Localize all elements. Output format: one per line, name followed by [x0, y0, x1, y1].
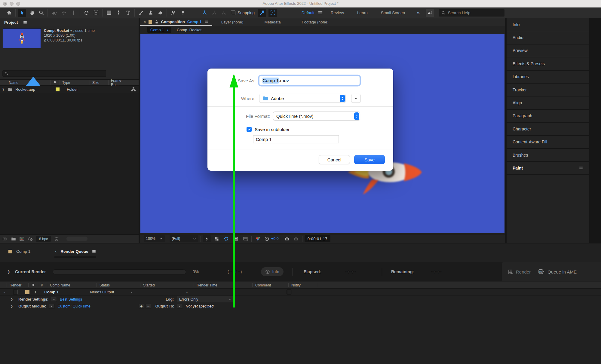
- label-color-swatch[interactable]: [25, 290, 29, 294]
- selection-tool-icon[interactable]: [18, 9, 26, 17]
- interpret-footage-icon[interactable]: [2, 236, 8, 242]
- column-status[interactable]: Status: [97, 283, 140, 287]
- output-module-link[interactable]: Custom: QuickTime: [58, 304, 90, 308]
- view-axis-icon[interactable]: [219, 9, 228, 17]
- panel-info[interactable]: Info: [507, 18, 589, 31]
- panel-paint[interactable]: Paint: [507, 162, 589, 175]
- breadcrumb-parent-comp[interactable]: Comp. Rocket: [177, 28, 201, 32]
- expand-chevron-icon[interactable]: ❯: [2, 87, 5, 91]
- workspace-review[interactable]: Review: [331, 11, 344, 15]
- column-started[interactable]: Started: [140, 283, 194, 287]
- project-search-input[interactable]: [2, 70, 106, 77]
- comp-panel-menu-icon[interactable]: [204, 20, 209, 24]
- tab-composition-comp1[interactable]: × Composition Comp 1: [140, 18, 212, 26]
- save-button[interactable]: Save: [354, 155, 385, 164]
- tab-metadata[interactable]: Metadata: [255, 20, 293, 24]
- tab-layer[interactable]: Layer (none): [212, 20, 256, 24]
- column-comp-name[interactable]: Comp Name: [47, 283, 97, 287]
- expand-chevron-icon[interactable]: ❯: [10, 304, 13, 308]
- show-snapshot-icon[interactable]: [292, 235, 300, 242]
- column-number[interactable]: #: [38, 283, 47, 287]
- tab-comp1-timeline[interactable]: Comp 1: [8, 249, 30, 257]
- snapshot-camera-icon[interactable]: [283, 235, 291, 242]
- lock-icon[interactable]: [155, 20, 159, 24]
- roto-brush-icon[interactable]: [169, 9, 177, 17]
- paint-panel-menu-icon[interactable]: [579, 166, 583, 170]
- column-frame-rate[interactable]: Frame Ra...: [108, 80, 129, 85]
- camera-tool-icon[interactable]: [92, 9, 100, 17]
- output-to-link[interactable]: Not yet specified: [186, 304, 213, 308]
- snapping-checkbox[interactable]: [231, 11, 235, 15]
- add-output-module-button[interactable]: +: [139, 304, 144, 309]
- expand-chevron-icon[interactable]: ❯: [7, 270, 10, 274]
- pixel-aspect-correction-icon[interactable]: [241, 235, 249, 242]
- new-folder-icon[interactable]: [11, 236, 16, 242]
- collapse-chevron-icon[interactable]: ⌄: [3, 290, 6, 294]
- brush-tool-icon[interactable]: [137, 9, 145, 17]
- workspace-small-screen[interactable]: Small Screen: [381, 11, 405, 15]
- render-enable-checkbox[interactable]: [13, 290, 17, 294]
- render-button[interactable]: Render: [508, 269, 531, 275]
- column-type[interactable]: Type: [60, 80, 90, 85]
- rotation-tool-icon[interactable]: [82, 9, 90, 17]
- render-queue-menu-icon[interactable]: [92, 249, 96, 254]
- panel-character[interactable]: Character: [507, 123, 589, 136]
- panel-tracker[interactable]: Tracker: [507, 84, 589, 96]
- breadcrumb-current-comp[interactable]: Comp 1 ‹: [147, 27, 171, 33]
- proxy-toggle-icon[interactable]: [28, 236, 33, 242]
- panel-align[interactable]: Align: [507, 96, 589, 109]
- file-format-popup[interactable]: QuickTime (*.mov): [273, 112, 360, 121]
- expand-dialog-button[interactable]: [351, 94, 361, 103]
- puppet-pin-icon[interactable]: [179, 9, 187, 17]
- tab-render-queue[interactable]: × Render Queue: [54, 249, 96, 257]
- rectangle-tool-icon[interactable]: [105, 9, 113, 17]
- column-label-icon[interactable]: [51, 80, 60, 85]
- bit-depth-button[interactable]: 8 bpc: [36, 236, 51, 242]
- project-row-rocket[interactable]: ❯ Rocket.aep Folder: [0, 86, 139, 93]
- panel-effects-presets[interactable]: Effects & Presets: [507, 57, 589, 70]
- panel-audio[interactable]: Audio: [507, 31, 589, 44]
- search-help-field[interactable]: Search Help: [439, 9, 504, 17]
- column-render-time[interactable]: Render Time: [194, 283, 252, 287]
- render-settings-link[interactable]: Best Settings: [60, 297, 82, 301]
- panel-brushes[interactable]: Brushes: [507, 149, 589, 162]
- fast-previews-icon[interactable]: [203, 235, 211, 242]
- local-axis-icon[interactable]: [200, 9, 209, 17]
- magnification-dropdown[interactable]: 100%: [144, 235, 165, 242]
- move-anchor-icon[interactable]: [258, 9, 266, 17]
- bounding-box-icon[interactable]: [268, 9, 277, 17]
- panel-paragraph[interactable]: Paragraph: [507, 110, 589, 123]
- subfolder-name-input[interactable]: Comp 1: [253, 135, 339, 143]
- dolly-camera-icon[interactable]: [69, 9, 78, 17]
- render-info-button[interactable]: Info: [261, 267, 283, 276]
- panel-libraries[interactable]: Libraries: [507, 71, 589, 84]
- hand-tool-icon[interactable]: [27, 9, 36, 17]
- zoom-tool-icon[interactable]: [37, 9, 45, 17]
- column-notify[interactable]: Notify: [288, 283, 317, 287]
- filename-input[interactable]: Comp 1.mov: [259, 76, 360, 85]
- world-axis-icon[interactable]: [210, 9, 218, 17]
- close-tab-icon[interactable]: ×: [144, 20, 146, 24]
- save-in-subfolder-checkbox[interactable]: [247, 127, 252, 132]
- column-name[interactable]: Name: [6, 80, 51, 85]
- panel-preview[interactable]: Preview: [507, 44, 589, 57]
- tab-footage[interactable]: Footage (none): [293, 20, 341, 24]
- channel-rgb-icon[interactable]: [254, 235, 262, 242]
- pan-camera-icon[interactable]: [60, 9, 68, 17]
- cancel-button[interactable]: Cancel: [319, 155, 350, 164]
- flowchart-icon[interactable]: [131, 87, 136, 92]
- output-to-dropdown-icon[interactable]: [177, 304, 183, 309]
- label-color-swatch[interactable]: [56, 87, 60, 91]
- workspace-settings-icon[interactable]: [426, 9, 434, 17]
- project-panel-menu-icon[interactable]: [23, 20, 27, 25]
- column-label[interactable]: [28, 283, 38, 287]
- expand-chevron-icon[interactable]: ❯: [10, 297, 13, 301]
- column-render[interactable]: Render: [7, 283, 28, 287]
- resolution-dropdown[interactable]: (Full): [170, 235, 198, 242]
- new-composition-icon[interactable]: [19, 236, 25, 242]
- preview-dropdown-icon[interactable]: ▾: [70, 29, 72, 33]
- log-dropdown[interactable]: Errors Only: [177, 296, 234, 302]
- type-tool-icon[interactable]: [124, 9, 132, 17]
- workspace-learn[interactable]: Learn: [357, 11, 368, 15]
- exposure-value[interactable]: +0,0: [271, 237, 279, 241]
